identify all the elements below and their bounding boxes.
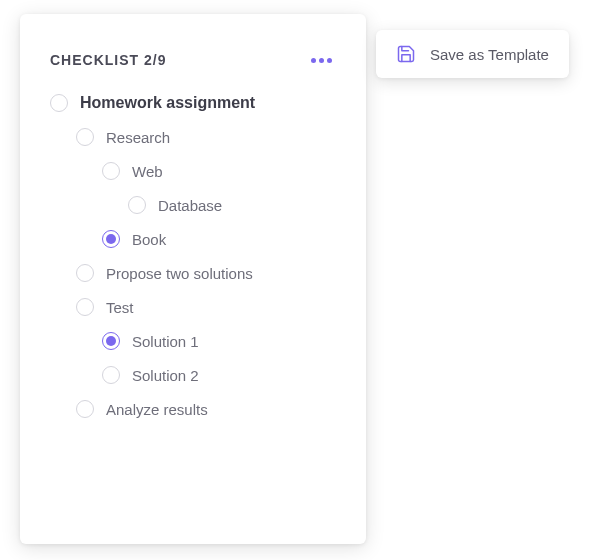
dot-icon	[311, 58, 316, 63]
item-label: Web	[132, 163, 163, 180]
checklist-item[interactable]: Solution 2	[50, 366, 336, 384]
popover-label: Save as Template	[430, 46, 549, 63]
item-label: Book	[132, 231, 166, 248]
dot-icon	[319, 58, 324, 63]
card-header: CHECKLIST 2/9	[50, 52, 336, 68]
checkbox-circle[interactable]	[50, 94, 68, 112]
item-label: Propose two solutions	[106, 265, 253, 282]
checklist-item[interactable]: Web	[50, 162, 336, 180]
checkbox-circle[interactable]	[128, 196, 146, 214]
checklist-title: CHECKLIST 2/9	[50, 52, 166, 68]
dot-icon	[327, 58, 332, 63]
item-label: Test	[106, 299, 134, 316]
checklist-item[interactable]: Analyze results	[50, 400, 336, 418]
checkbox-circle-checked[interactable]	[102, 230, 120, 248]
checklist-item[interactable]: Test	[50, 298, 336, 316]
checkbox-circle-checked[interactable]	[102, 332, 120, 350]
checklist-item[interactable]: Database	[50, 196, 336, 214]
save-icon	[396, 44, 416, 64]
checklist-items: Homework assignment Research Web Databas…	[50, 94, 336, 418]
checkbox-circle[interactable]	[76, 298, 94, 316]
checkbox-circle[interactable]	[102, 366, 120, 384]
more-options-button[interactable]	[307, 54, 336, 67]
checkbox-circle[interactable]	[76, 128, 94, 146]
checkbox-circle[interactable]	[76, 400, 94, 418]
checklist-item[interactable]: Solution 1	[50, 332, 336, 350]
checklist-item[interactable]: Research	[50, 128, 336, 146]
checklist-card: CHECKLIST 2/9 Homework assignment Resear…	[20, 14, 366, 544]
checkbox-circle[interactable]	[102, 162, 120, 180]
checkbox-circle[interactable]	[76, 264, 94, 282]
item-label: Database	[158, 197, 222, 214]
item-label: Research	[106, 129, 170, 146]
save-template-popover[interactable]: Save as Template	[376, 30, 569, 78]
checklist-item[interactable]: Homework assignment	[50, 94, 336, 112]
checklist-item[interactable]: Book	[50, 230, 336, 248]
item-label: Homework assignment	[80, 94, 255, 112]
checklist-item[interactable]: Propose two solutions	[50, 264, 336, 282]
item-label: Solution 2	[132, 367, 199, 384]
item-label: Solution 1	[132, 333, 199, 350]
item-label: Analyze results	[106, 401, 208, 418]
